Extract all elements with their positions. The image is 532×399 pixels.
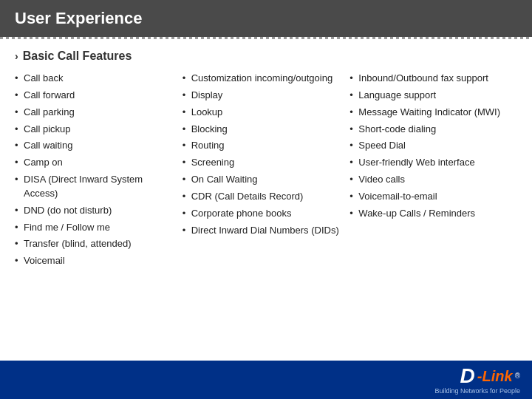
col1-list: Call back Call forward Call parking Call… [15, 72, 175, 268]
dlink-d-letter: D [460, 366, 475, 386]
list-item: Call waiting [15, 139, 175, 153]
dlink-tagline: Building Networks for People [434, 387, 520, 395]
list-item: User-friendly Web interface [349, 156, 510, 170]
main-content: › Basic Call Features Call back Call for… [0, 39, 532, 361]
list-item: Camp on [15, 156, 175, 170]
list-item: Call parking [15, 106, 175, 120]
header: User Experience [0, 0, 532, 37]
list-item: Blocking [183, 123, 343, 137]
list-item: Speed Dial [349, 139, 510, 153]
list-item: Transfer (blind, attended) [15, 237, 175, 251]
section-title: › Basic Call Features [15, 50, 517, 63]
list-item: DISA (Direct Inward System Access) [15, 173, 175, 201]
dlink-registered: ® [515, 372, 520, 380]
list-item: Display [183, 89, 343, 103]
list-item: Screening [183, 156, 343, 170]
list-item: DND (do not disturb) [15, 204, 175, 218]
list-item: Call back [15, 72, 175, 86]
dlink-link-text: -Link [477, 369, 513, 383]
col3-list: Inbound/Outbound fax support Language su… [349, 72, 510, 221]
page-container: User Experience › Basic Call Features Ca… [0, 0, 532, 399]
features-columns: Call back Call forward Call parking Call… [15, 72, 517, 353]
page-title: User Experience [15, 9, 142, 28]
list-item: CDR (Call Details Record) [183, 190, 343, 204]
column-1: Call back Call forward Call parking Call… [15, 72, 183, 353]
list-item: Voicemail [15, 254, 175, 268]
section-title-text: Basic Call Features [23, 50, 132, 63]
col2-list: Customization incoming/outgoing Display … [183, 72, 343, 237]
list-item: Language support [349, 89, 510, 103]
list-item: Direct Inward Dial Numbers (DIDs) [183, 224, 343, 238]
list-item: Call pickup [15, 123, 175, 137]
list-item: Inbound/Outbound fax support [349, 72, 510, 86]
list-item: On Call Waiting [183, 173, 343, 187]
list-item: Short-code dialing [349, 123, 510, 137]
list-item: Call forward [15, 89, 175, 103]
list-item: Voicemail-to-email [349, 190, 510, 204]
column-2: Customization incoming/outgoing Display … [183, 72, 350, 353]
chevron-icon: › [15, 50, 18, 62]
column-3: Inbound/Outbound fax support Language su… [349, 72, 517, 353]
dlink-brand: D -Link ® [460, 366, 520, 386]
list-item: Customization incoming/outgoing [183, 72, 343, 86]
list-item: Find me / Follow me [15, 221, 175, 235]
list-item: Wake-up Calls / Reminders [349, 207, 510, 221]
list-item: Routing [183, 139, 343, 153]
list-item: Message Waiting Indicator (MWI) [349, 106, 510, 120]
list-item: Corporate phone books [183, 207, 343, 221]
dlink-logo: D -Link ® Building Networks for People [434, 366, 520, 395]
list-item: Lookup [183, 106, 343, 120]
footer: D -Link ® Building Networks for People [0, 361, 532, 399]
list-item: Video calls [349, 173, 510, 187]
